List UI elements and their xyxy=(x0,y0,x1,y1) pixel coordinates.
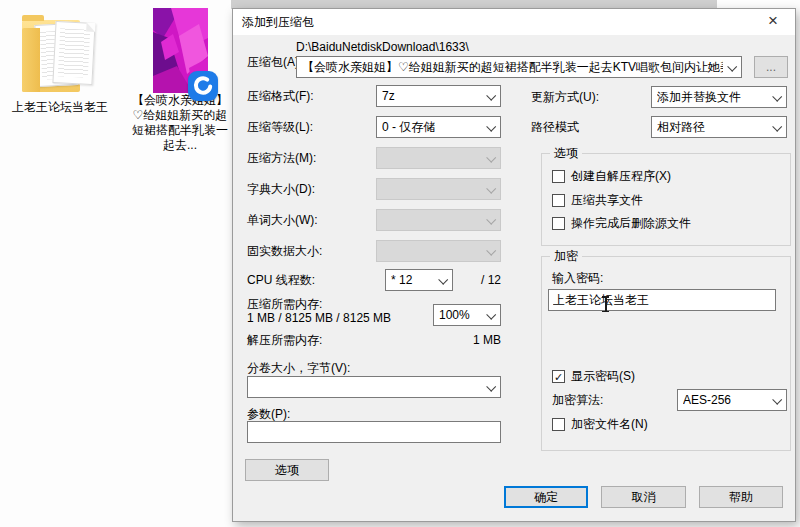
chevron-down-icon xyxy=(486,122,496,132)
level-label: 压缩等级(L): xyxy=(247,116,313,138)
level-combobox[interactable]: 0 - 仅存储 xyxy=(376,116,501,138)
method-combobox xyxy=(376,147,501,169)
memory-percent-combobox[interactable]: 100% xyxy=(433,304,501,326)
chevron-down-icon xyxy=(772,122,782,132)
encryption-method-label: 加密算法: xyxy=(552,389,603,411)
help-button[interactable]: 帮助 xyxy=(699,486,783,508)
cancel-button[interactable]: 取消 xyxy=(601,486,686,508)
ok-button[interactable]: 确定 xyxy=(504,486,588,508)
password-input[interactable] xyxy=(548,289,776,311)
update-mode-combobox[interactable]: 添加并替换文件 xyxy=(651,86,787,108)
desktop-folder-icon[interactable]: 上老王论坛当老王 xyxy=(8,10,112,115)
password-label: 输入密码: xyxy=(552,270,603,287)
checkbox-encrypt-filenames[interactable]: 加密文件名(N) xyxy=(552,416,648,433)
options-group: 选项 创建自解压程序(X) 压缩共享文件 操作完成后删除源文件 xyxy=(541,153,791,246)
checkbox-shared-files[interactable]: 压缩共享文件 xyxy=(552,192,643,209)
solid-block-label: 固实数据大小: xyxy=(247,240,322,262)
desktop-video-icon[interactable]: 【会喷水亲姐姐】♡给姐姐新买的超短裙搭配半乳装一起去... xyxy=(128,8,232,153)
dialog-titlebar[interactable]: 添加到压缩包 × xyxy=(233,9,795,35)
dictionary-label: 字典大小(D): xyxy=(247,178,315,200)
chevron-down-icon xyxy=(438,275,448,285)
memory-compress-detail: 1 MB / 8125 MB / 8125 MB xyxy=(247,311,391,325)
checkbox-create-sfx[interactable]: 创建自解压程序(X) xyxy=(552,168,671,185)
format-combobox[interactable]: 7z xyxy=(376,85,501,107)
word-size-combobox xyxy=(376,209,501,231)
path-mode-combobox[interactable]: 相对路径 xyxy=(651,116,787,138)
archive-directory: D:\BaiduNetdiskDownload\1633\ xyxy=(296,40,469,54)
video-icon-label: 【会喷水亲姐姐】♡给姐姐新买的超短裙搭配半乳装一起去... xyxy=(128,93,232,153)
checkbox-box xyxy=(552,170,565,183)
checkmark-icon: ✓ xyxy=(552,370,565,383)
chevron-down-icon xyxy=(486,184,496,194)
memory-decompress-label: 解压所需内存: xyxy=(247,331,322,349)
word-size-label: 单词大小(W): xyxy=(247,209,318,231)
options-group-title: 选项 xyxy=(550,146,582,160)
encryption-group: 加密 输入密码: ✓ 显示密码(S) 加密算法: AES-256 加密文件名(N… xyxy=(541,256,791,451)
parameters-input[interactable] xyxy=(247,421,501,443)
checkbox-show-password[interactable]: ✓ 显示密码(S) xyxy=(552,368,635,385)
folder-icon xyxy=(18,10,102,100)
dictionary-combobox xyxy=(376,178,501,200)
chevron-down-icon xyxy=(486,310,496,320)
chevron-down-icon xyxy=(772,395,782,405)
cpu-threads-max: / 12 xyxy=(463,269,501,291)
volume-size-label: 分卷大小，字节(V): xyxy=(247,360,350,377)
cpu-threads-label: CPU 线程数: xyxy=(247,269,315,291)
close-icon[interactable]: × xyxy=(751,9,795,35)
archive-name-combobox[interactable]: 【会喷水亲姐姐】♡给姐姐新买的超短裙搭配半乳装一起去KTV唱歌包间内让她美穴对着… xyxy=(296,56,742,78)
encryption-group-title: 加密 xyxy=(550,249,582,263)
memory-decompress-value: 1 MB xyxy=(413,331,501,349)
archive-label: 压缩包(A) xyxy=(247,51,299,73)
options-button[interactable]: 选项 xyxy=(245,459,329,481)
chevron-down-icon xyxy=(486,91,496,101)
update-mode-label: 更新方式(U): xyxy=(531,86,599,108)
folder-icon-label: 上老王论坛当老王 xyxy=(8,100,112,115)
checkbox-delete-after[interactable]: 操作完成后删除源文件 xyxy=(552,215,691,232)
checkbox-box xyxy=(552,194,565,207)
chevron-down-icon xyxy=(486,153,496,163)
dialog-title: 添加到压缩包 xyxy=(242,9,314,35)
path-mode-label: 路径模式 xyxy=(531,116,579,138)
cpu-threads-combobox[interactable]: * 12 xyxy=(385,269,453,291)
format-label: 压缩格式(F): xyxy=(247,85,314,107)
chevron-down-icon xyxy=(486,246,496,256)
chevron-down-icon xyxy=(772,92,782,102)
chevron-down-icon xyxy=(727,62,737,72)
method-label: 压缩方法(M): xyxy=(247,147,316,169)
chevron-down-icon xyxy=(486,215,496,225)
media-player-badge-icon xyxy=(188,71,218,101)
checkbox-box xyxy=(552,217,565,230)
chevron-down-icon xyxy=(486,382,496,392)
checkbox-box xyxy=(552,418,565,431)
add-to-archive-dialog: 添加到压缩包 × 压缩包(A) D:\BaiduNetdiskDownload\… xyxy=(232,8,796,522)
volume-size-combobox[interactable] xyxy=(247,376,501,398)
encryption-method-combobox[interactable]: AES-256 xyxy=(677,389,787,411)
video-thumbnail xyxy=(153,8,208,93)
browse-button[interactable]: ... xyxy=(754,56,788,78)
desktop: 上老王论坛当老王 【会喷水亲姐姐】♡给姐姐新买的超短裙搭配半乳装一起去... xyxy=(0,0,800,527)
solid-block-combobox xyxy=(376,240,501,262)
